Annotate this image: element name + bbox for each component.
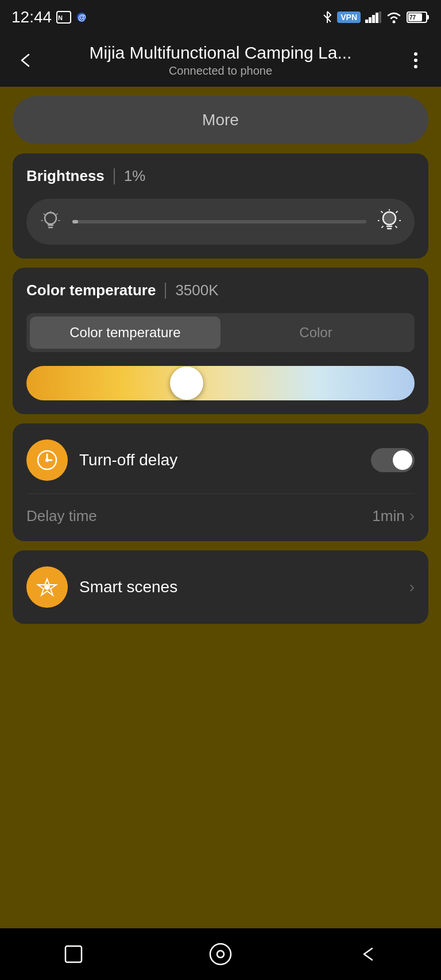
tab-color-temp-label: Color temperature bbox=[69, 325, 180, 340]
main-content: More Brightness 1% bbox=[0, 87, 441, 633]
vpn-badge: VPN bbox=[337, 11, 361, 23]
tab-color-label: Color bbox=[299, 325, 332, 340]
color-temp-divider bbox=[165, 283, 166, 299]
header-center: Mijia Multifunctional Camping La... Conn… bbox=[39, 43, 402, 78]
turn-off-delay-toggle[interactable] bbox=[371, 448, 415, 472]
nfc-icon: N bbox=[56, 11, 71, 24]
svg-point-24 bbox=[210, 944, 231, 964]
svg-rect-23 bbox=[65, 946, 82, 962]
color-temp-slider[interactable] bbox=[26, 366, 415, 400]
brightness-value: 1% bbox=[124, 167, 146, 185]
tab-color[interactable]: Color bbox=[220, 317, 411, 349]
delay-divider bbox=[26, 493, 415, 494]
svg-point-25 bbox=[217, 951, 224, 958]
toggle-knob bbox=[393, 450, 412, 470]
smart-scenes-card: Smart scenes › bbox=[13, 550, 428, 624]
svg-rect-7 bbox=[376, 13, 378, 23]
delay-title: Turn-off delay bbox=[79, 451, 177, 469]
svg-point-20 bbox=[45, 458, 49, 462]
more-label: More bbox=[202, 111, 239, 129]
page-title: Mijia Multifunctional Camping La... bbox=[39, 43, 402, 63]
status-bar: 12:44 N @ VPN bbox=[0, 0, 441, 34]
color-temperature-card: Color temperature 3500K Color temperatur… bbox=[13, 268, 428, 414]
delay-row: Turn-off delay bbox=[26, 439, 415, 481]
scenes-chevron-icon: › bbox=[409, 578, 415, 596]
svg-point-22 bbox=[44, 584, 50, 590]
svg-text:N: N bbox=[58, 14, 63, 21]
battery-icon: 77 bbox=[407, 11, 430, 24]
brightness-track bbox=[72, 220, 366, 223]
svg-point-14 bbox=[414, 52, 417, 56]
delay-left: Turn-off delay bbox=[26, 439, 177, 481]
status-bar-left: 12:44 N @ bbox=[11, 8, 87, 26]
svg-rect-6 bbox=[372, 15, 375, 23]
svg-text:@: @ bbox=[78, 13, 86, 22]
svg-rect-4 bbox=[365, 20, 368, 23]
brightness-slider-container bbox=[26, 199, 415, 245]
delay-time-right: 1min › bbox=[372, 507, 415, 525]
bluetooth-icon: @ bbox=[76, 11, 87, 24]
brightness-fill bbox=[72, 220, 78, 223]
signal-icon bbox=[365, 11, 381, 23]
delay-icon-bg bbox=[26, 439, 68, 481]
color-mode-tabs: Color temperature Color bbox=[26, 313, 415, 352]
status-bar-right: VPN 77 bbox=[322, 10, 430, 24]
nav-home-button[interactable] bbox=[206, 940, 235, 969]
nav-square-button[interactable] bbox=[59, 940, 88, 969]
connection-status: Connected to phone bbox=[39, 64, 402, 78]
scenes-icon-bg bbox=[26, 566, 68, 608]
scenes-row[interactable]: Smart scenes › bbox=[26, 566, 415, 608]
app-header: Mijia Multifunctional Camping La... Conn… bbox=[0, 34, 441, 87]
brightness-card: Brightness 1% bbox=[13, 153, 428, 258]
svg-text:77: 77 bbox=[409, 14, 416, 21]
brightness-title: Brightness bbox=[26, 167, 105, 185]
more-button[interactable]: More bbox=[13, 96, 428, 144]
nav-bar bbox=[0, 928, 441, 980]
scenes-left: Smart scenes bbox=[26, 566, 177, 608]
svg-point-17 bbox=[45, 213, 56, 224]
bulb-bright-icon bbox=[378, 209, 401, 234]
color-temp-title: Color temperature bbox=[26, 281, 156, 299]
brightness-divider bbox=[114, 168, 115, 184]
svg-point-18 bbox=[383, 212, 396, 225]
svg-rect-5 bbox=[369, 17, 372, 23]
svg-point-16 bbox=[414, 65, 417, 68]
color-temp-thumb bbox=[170, 366, 203, 400]
bluetooth-status-icon bbox=[322, 10, 332, 24]
color-temp-header: Color temperature 3500K bbox=[26, 281, 415, 299]
brightness-slider[interactable] bbox=[72, 220, 366, 223]
tab-color-temperature[interactable]: Color temperature bbox=[30, 317, 220, 349]
delay-time-row[interactable]: Delay time 1min › bbox=[26, 507, 415, 525]
scenes-title: Smart scenes bbox=[79, 578, 177, 596]
turn-off-delay-card: Turn-off delay Delay time 1min › bbox=[13, 423, 428, 541]
bulb-dim-icon bbox=[40, 210, 61, 233]
back-button[interactable] bbox=[11, 47, 39, 74]
menu-button[interactable] bbox=[402, 47, 430, 74]
delay-time-label: Delay time bbox=[26, 507, 97, 525]
nav-back-button[interactable] bbox=[353, 940, 382, 969]
svg-point-9 bbox=[393, 21, 396, 24]
brightness-header: Brightness 1% bbox=[26, 167, 415, 185]
svg-rect-11 bbox=[427, 15, 429, 20]
wifi-icon bbox=[386, 11, 402, 24]
color-temp-value: 3500K bbox=[175, 281, 218, 299]
svg-rect-8 bbox=[379, 11, 381, 23]
delay-time-value: 1min bbox=[372, 507, 404, 525]
svg-point-15 bbox=[414, 59, 417, 62]
status-time: 12:44 bbox=[11, 8, 52, 26]
delay-chevron-icon: › bbox=[409, 507, 415, 525]
